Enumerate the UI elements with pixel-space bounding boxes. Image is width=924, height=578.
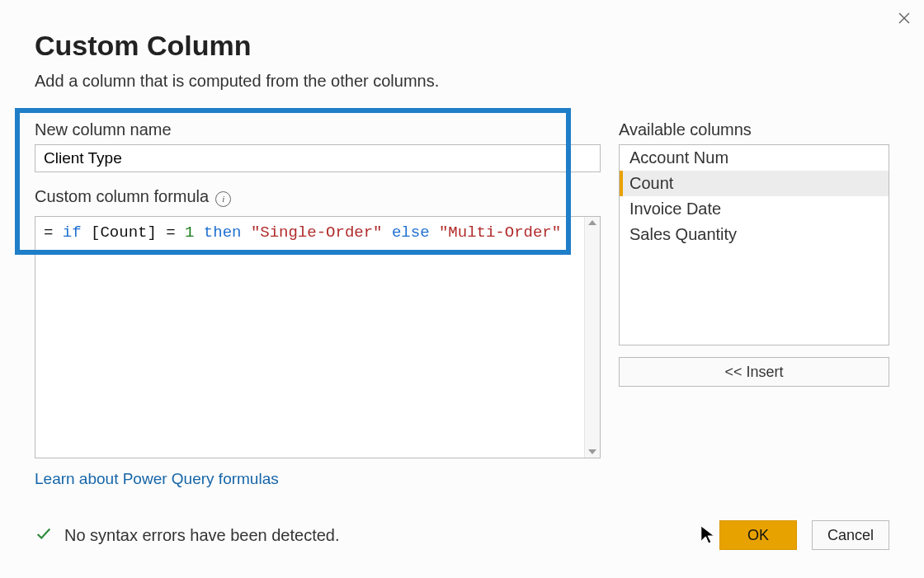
dialog-title: Custom Column: [35, 30, 924, 62]
custom-column-dialog: Custom Column Add a column that is compu…: [0, 0, 924, 578]
formula-token: "Multi-Order": [439, 223, 561, 242]
footer-buttons: OK Cancel: [719, 520, 889, 550]
formula-token: 1: [185, 223, 194, 242]
formula-token: "Single-Order": [251, 223, 383, 242]
close-icon: [897, 11, 912, 29]
ok-button-label: OK: [747, 527, 769, 544]
formula-token: [194, 223, 203, 242]
formula-token: else: [392, 223, 430, 242]
mouse-cursor-icon: [700, 524, 718, 547]
available-column-item[interactable]: Invoice Date: [620, 196, 889, 222]
formula-token: [383, 223, 392, 242]
cancel-button[interactable]: Cancel: [812, 520, 889, 550]
status-bar: No syntax errors have been detected.: [35, 524, 340, 547]
checkmark-icon: [35, 524, 53, 547]
dialog-subtitle: Add a column that is computed from the o…: [35, 72, 924, 91]
available-column-item[interactable]: Count: [620, 171, 889, 196]
available-column-item[interactable]: Sales Quantity: [620, 222, 889, 247]
learn-more-link[interactable]: Learn about Power Query formulas: [35, 470, 601, 488]
formula-token: [241, 223, 250, 242]
dialog-footer: No syntax errors have been detected. OK …: [35, 520, 889, 550]
available-columns-label: Available columns: [619, 120, 889, 139]
ok-button[interactable]: OK: [719, 520, 797, 550]
formula-editor[interactable]: = if [Count] = 1 then "Single-Order" els…: [35, 216, 601, 458]
formula-scrollbar[interactable]: [584, 217, 600, 458]
insert-button-label: << Insert: [724, 364, 783, 381]
cancel-button-label: Cancel: [827, 527, 874, 544]
formula-token: =: [44, 223, 63, 242]
info-icon[interactable]: i: [215, 191, 231, 207]
formula-token: [Count] =: [82, 223, 185, 242]
available-columns-list[interactable]: Account NumCountInvoice DateSales Quanti…: [619, 144, 889, 345]
formula-token: if: [63, 223, 82, 242]
left-column: New column name Custom column formula i …: [35, 110, 601, 488]
formula-content[interactable]: = if [Count] = 1 then "Single-Order" els…: [35, 217, 584, 458]
new-column-name-input[interactable]: [35, 144, 601, 172]
right-column: Available columns Account NumCountInvoic…: [619, 110, 889, 387]
new-column-name-label: New column name: [35, 120, 601, 139]
insert-button[interactable]: << Insert: [619, 357, 889, 387]
formula-token: [430, 223, 439, 242]
available-column-item[interactable]: Account Num: [620, 145, 889, 171]
formula-label: Custom column formula: [35, 187, 209, 206]
close-button[interactable]: [889, 5, 919, 35]
status-message: No syntax errors have been detected.: [64, 526, 340, 545]
formula-token: then: [204, 223, 242, 242]
